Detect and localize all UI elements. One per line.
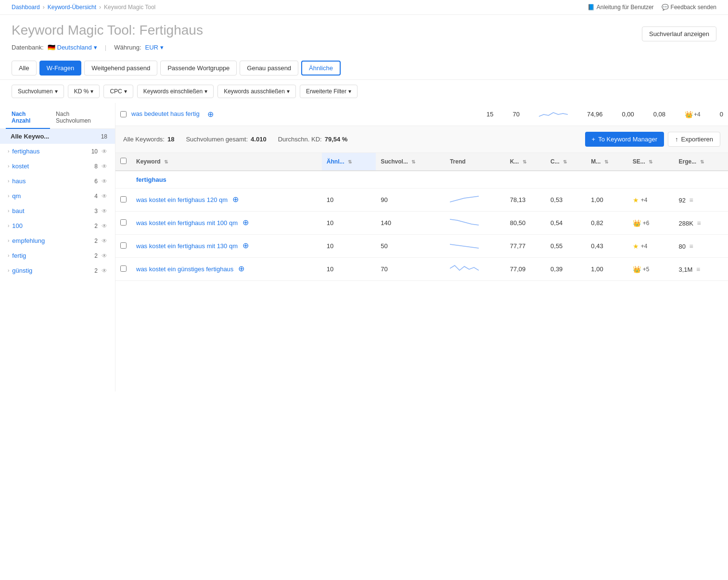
th-c: C... ⇅ — [546, 153, 586, 171]
guide-link[interactable]: 📘 Anleitung für Benutzer — [588, 4, 654, 11]
preview-row-checkbox[interactable] — [120, 111, 127, 117]
add-keyword-button[interactable]: ⊕ — [207, 110, 214, 119]
feedback-icon: 💬 — [662, 4, 669, 11]
sort-c-icon[interactable]: ⇅ — [563, 159, 567, 164]
row-k: 77,77 — [505, 235, 546, 258]
th-suchvol: Suchvol... ⇅ — [376, 153, 445, 171]
filter-cpc[interactable]: CPC ▾ — [103, 85, 133, 98]
tab-genau[interactable]: Genau passend — [240, 61, 298, 76]
add-keyword-button[interactable]: ⊕ — [232, 195, 239, 204]
sort-se-icon[interactable]: ⇅ — [649, 159, 652, 164]
chevron-right-icon: › — [8, 193, 9, 199]
sort-m-icon[interactable]: ⇅ — [604, 159, 608, 164]
row-trend — [445, 189, 505, 212]
th-aehnl: Ähnl... ⇅ — [322, 153, 376, 171]
row-checkbox-input[interactable] — [120, 219, 127, 226]
top-actions: 📘 Anleitung für Benutzer 💬 Feedback send… — [588, 4, 716, 11]
row-k: 78,13 — [505, 189, 546, 212]
add-keyword-button[interactable]: ⊕ — [243, 241, 249, 250]
filter-keywords-exclude[interactable]: Keywords ausschließen ▾ — [217, 85, 296, 98]
currency-selector[interactable]: EUR ▾ — [145, 44, 164, 51]
eye-icon[interactable]: 👁 — [102, 252, 107, 259]
stat-all-keywords: Alle Keywords: 18 — [123, 136, 174, 143]
tab-aehnliche[interactable]: Ähnliche — [301, 61, 341, 76]
row-checkbox-input[interactable] — [120, 242, 127, 249]
chevron-down-icon: ▾ — [287, 88, 290, 95]
database-selector[interactable]: 🇩🇪 Deutschland ▾ — [48, 44, 97, 51]
eye-icon[interactable]: 👁 — [102, 178, 107, 185]
table-row: was kostet ein fertighaus mit 130 qm ⊕ 1… — [115, 235, 728, 258]
breadcrumb-dashboard[interactable]: Dashboard — [12, 4, 40, 11]
export-button[interactable]: ↑ Exportieren — [668, 132, 720, 147]
results-icon[interactable]: ≡ — [696, 265, 700, 273]
eye-icon[interactable]: 👁 — [102, 193, 107, 200]
add-keyword-button[interactable]: ⊕ — [243, 218, 249, 227]
crown-icon: 👑 — [685, 111, 693, 118]
group-header-fertighaus: fertighaus — [131, 171, 728, 189]
eye-icon[interactable]: 👁 — [102, 238, 107, 244]
tab-alle[interactable]: Alle — [12, 61, 37, 76]
sidebar-item-100[interactable]: › 100 2 👁 — [0, 218, 115, 233]
eye-icon[interactable]: 👁 — [102, 163, 107, 170]
sidebar-item-fertig[interactable]: › fertig 2 👁 — [0, 248, 115, 263]
eye-icon[interactable]: 👁 — [102, 208, 107, 214]
main-content: was bedeutet haus fertig ⊕ 15 70 74,96 0… — [115, 103, 728, 391]
tab-passende[interactable]: Passende Wortgruppe — [160, 61, 237, 76]
sort-k-icon[interactable]: ⇅ — [523, 159, 526, 164]
chevron-right-icon: › — [8, 149, 9, 154]
results-icon[interactable]: ≡ — [690, 242, 693, 250]
th-erge: Erge... ⇅ — [674, 153, 728, 171]
feedback-link[interactable]: 💬 Feedback senden — [662, 4, 716, 11]
chevron-right-icon: › — [8, 268, 9, 273]
filter-keywords-include[interactable]: Keywords einschließen ▾ — [137, 85, 214, 98]
sidebar: Nach Anzahl Nach Suchvolumen Alle Keywo.… — [0, 103, 115, 391]
keyword-manager-button[interactable]: + To Keyword Manager — [585, 132, 664, 147]
sidebar-item-fertighaus[interactable]: › fertighaus 10 👁 — [0, 144, 115, 159]
sidebar-item-qm[interactable]: › qm 4 👁 — [0, 189, 115, 203]
results-icon[interactable]: ≡ — [697, 219, 701, 227]
sidebar-tab-volume[interactable]: Nach Suchvolumen — [50, 107, 109, 129]
sidebar-item-guenstig[interactable]: › günstig 2 👁 — [0, 263, 115, 278]
sort-aehnl-icon[interactable]: ⇅ — [348, 159, 352, 164]
row-checkbox — [115, 235, 131, 258]
star-icon: ★ — [633, 242, 639, 250]
search-history-button[interactable]: Suchverlauf anzeigen — [642, 26, 716, 41]
sidebar-item-empfehlung[interactable]: › empfehlung 2 👁 — [0, 233, 115, 248]
row-se: ★ +4 — [628, 189, 674, 212]
sort-suchvol-icon[interactable]: ⇅ — [411, 159, 415, 164]
row-m: 0,43 — [586, 235, 627, 258]
add-keyword-button[interactable]: ⊕ — [238, 264, 244, 273]
sort-keyword-icon[interactable]: ⇅ — [164, 159, 168, 164]
row-erge: 3,1M ≡ — [674, 258, 728, 281]
row-aehnl: 10 — [322, 189, 376, 212]
row-suchvol: 50 — [376, 235, 445, 258]
sidebar-item-all[interactable]: Alle Keywo... 18 — [0, 129, 115, 144]
eye-icon[interactable]: 👁 — [102, 223, 107, 229]
filter-advanced[interactable]: Erweiterte Filter ▾ — [300, 85, 358, 98]
results-icon[interactable]: ≡ — [690, 196, 693, 204]
sidebar-item-kostet[interactable]: › kostet 8 👁 — [0, 159, 115, 174]
eye-icon[interactable]: 👁 — [102, 148, 107, 155]
sidebar-tabs: Nach Anzahl Nach Suchvolumen — [0, 107, 115, 129]
row-se: 👑 +6 — [628, 212, 674, 235]
sidebar-tab-count[interactable]: Nach Anzahl — [6, 107, 50, 129]
row-suchvol: 140 — [376, 212, 445, 235]
row-checkbox-input[interactable] — [120, 265, 127, 272]
tab-weitgehend[interactable]: Weitgehend passend — [84, 61, 157, 76]
page-title: Keyword Magic Tool: Fertighaus — [12, 23, 203, 38]
row-checkbox-input[interactable] — [120, 196, 127, 202]
filter-kd[interactable]: KD % ▾ — [68, 85, 100, 98]
select-all-checkbox[interactable] — [120, 158, 127, 164]
sidebar-item-baut[interactable]: › baut 3 👁 — [0, 203, 115, 218]
row-erge: 80 ≡ — [674, 235, 728, 258]
tab-w-fragen[interactable]: W-Fragen — [39, 61, 82, 76]
preview-keyword[interactable]: was bedeutet haus fertig — [131, 110, 200, 118]
chevron-right-icon: › — [8, 238, 9, 243]
eye-icon[interactable]: 👁 — [102, 267, 107, 274]
filter-suchvolumen[interactable]: Suchvolumen ▾ — [12, 85, 64, 98]
row-checkbox — [115, 189, 131, 212]
sidebar-item-haus[interactable]: › haus 6 👁 — [0, 174, 115, 189]
th-checkbox — [115, 153, 131, 171]
sort-erge-icon[interactable]: ⇅ — [700, 159, 704, 164]
breadcrumb-keyword-overview[interactable]: Keyword-Übersicht — [48, 4, 96, 11]
